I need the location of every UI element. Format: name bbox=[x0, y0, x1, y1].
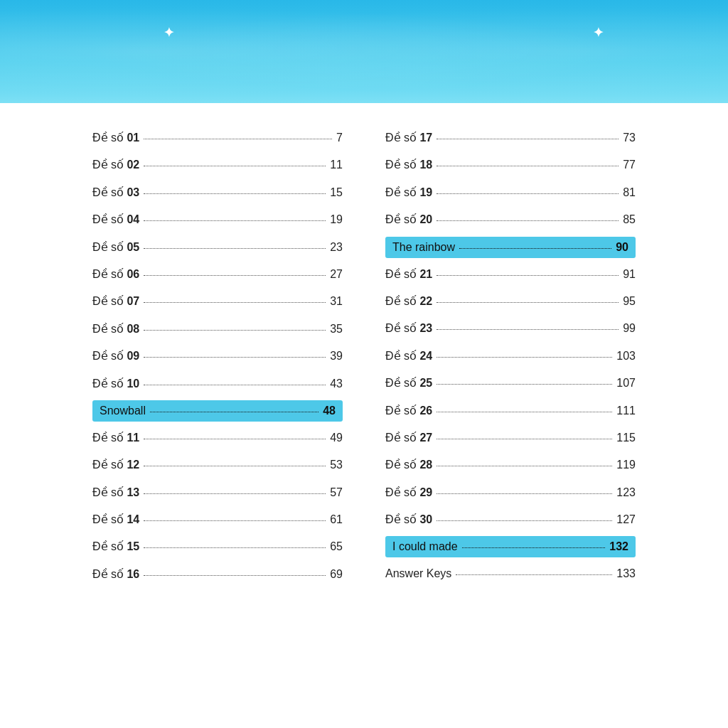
page-number: 85 bbox=[623, 212, 636, 228]
page-number: 127 bbox=[616, 512, 636, 528]
entry-name: Đề số 19 bbox=[385, 185, 432, 200]
entry-name: Đề số 30 bbox=[385, 512, 432, 528]
page-number: 91 bbox=[623, 267, 636, 282]
dots bbox=[437, 384, 612, 385]
entry-name: Đề số 04 bbox=[92, 212, 139, 228]
dots bbox=[437, 493, 612, 494]
entry-name: Đề số 09 bbox=[92, 348, 139, 364]
toc-item: Answer Keys133 bbox=[385, 560, 636, 587]
dots bbox=[144, 520, 326, 521]
page-number: 43 bbox=[330, 376, 343, 392]
page-number: 81 bbox=[623, 185, 636, 200]
page-number: 39 bbox=[330, 348, 343, 364]
dots bbox=[144, 193, 326, 194]
dots bbox=[437, 193, 619, 194]
dots bbox=[144, 302, 326, 303]
entry-name: Đề số 02 bbox=[92, 157, 139, 173]
toc-item: Đề số 1669 bbox=[92, 561, 343, 588]
dots bbox=[437, 166, 619, 166]
toc-item: Đề số 1877 bbox=[385, 151, 636, 178]
page-number: 7 bbox=[336, 130, 343, 146]
dots bbox=[437, 520, 612, 521]
toc-item: Đề số 28119 bbox=[385, 451, 636, 478]
page-number: 48 bbox=[323, 405, 336, 417]
page-number: 35 bbox=[330, 321, 343, 337]
toc-item: I could made132 bbox=[385, 536, 636, 557]
page-number: 27 bbox=[330, 267, 343, 282]
page-number: 49 bbox=[330, 430, 343, 446]
dots bbox=[144, 248, 326, 249]
toc-item: Đề số 0315 bbox=[92, 179, 343, 206]
toc-item: Đề số 0835 bbox=[92, 316, 343, 343]
entry-name: Đề số 08 bbox=[92, 321, 139, 337]
entry-name: Đề số 29 bbox=[385, 485, 432, 500]
page-number: 99 bbox=[623, 321, 636, 336]
dots bbox=[144, 357, 326, 358]
dots bbox=[144, 575, 326, 576]
dots bbox=[456, 574, 612, 575]
page-number: 23 bbox=[330, 240, 343, 255]
page-number: 69 bbox=[330, 567, 343, 582]
page-number: 95 bbox=[623, 294, 636, 309]
dots bbox=[437, 466, 612, 466]
page-number: 123 bbox=[616, 485, 636, 500]
page-number: 15 bbox=[330, 185, 343, 200]
toc-item: Đề số 0211 bbox=[92, 151, 343, 178]
dots bbox=[437, 220, 619, 221]
dots bbox=[144, 439, 326, 439]
toc-item: Đề số 1043 bbox=[92, 370, 343, 397]
toc-item: Đề số 1565 bbox=[92, 533, 343, 560]
entry-name: Đề số 05 bbox=[92, 240, 139, 255]
entry-name: Đề số 23 bbox=[385, 321, 432, 336]
entry-name: Đề số 13 bbox=[92, 485, 139, 500]
page-number: 31 bbox=[330, 294, 343, 309]
toc-item: Đề số 2085 bbox=[385, 206, 636, 233]
entry-name: Đề số 10 bbox=[92, 376, 139, 392]
entry-name: Đề số 15 bbox=[92, 539, 139, 555]
dots bbox=[150, 412, 318, 412]
toc-item: Đề số 1149 bbox=[92, 424, 343, 451]
page-number: 107 bbox=[616, 375, 636, 391]
entry-name: Đề số 18 bbox=[385, 157, 432, 173]
left-column: Đề số 017Đề số 0211Đề số 0315Đề số 0419Đ… bbox=[92, 124, 343, 588]
toc-item: Đề số 1461 bbox=[92, 506, 343, 533]
dots bbox=[437, 412, 612, 412]
toc-item: Đề số 2191 bbox=[385, 261, 636, 288]
page-number: 103 bbox=[616, 348, 636, 364]
entry-name: Đề số 16 bbox=[92, 567, 139, 582]
toc-item: Đề số 1357 bbox=[92, 479, 343, 506]
toc-item: Đề số 0523 bbox=[92, 234, 343, 261]
toc-item: Đề số 0419 bbox=[92, 206, 343, 233]
page-number: 90 bbox=[616, 241, 628, 254]
page-number: 111 bbox=[616, 403, 636, 419]
dots bbox=[144, 466, 326, 466]
entry-name: Đề số 28 bbox=[385, 457, 432, 473]
toc-item: Đề số 0627 bbox=[92, 261, 343, 288]
toc-item: Đề số 26111 bbox=[385, 397, 636, 424]
toc-item: Snowball48 bbox=[92, 400, 343, 422]
entry-name: Đề số 20 bbox=[385, 212, 432, 228]
page-number: 133 bbox=[616, 566, 636, 582]
page-number: 57 bbox=[330, 485, 343, 500]
dots bbox=[437, 329, 619, 330]
header-banner: ✦ ✦ bbox=[0, 0, 728, 103]
dots bbox=[144, 385, 326, 385]
toc-item: The rainbow90 bbox=[385, 237, 636, 258]
toc-item: Đề số 25107 bbox=[385, 370, 636, 397]
toc-item: Đề số 30127 bbox=[385, 506, 636, 533]
entry-name: Đề số 06 bbox=[92, 267, 139, 282]
dots bbox=[462, 547, 606, 548]
toc-item: Đề số 2399 bbox=[385, 315, 636, 342]
dots bbox=[437, 139, 619, 139]
entry-name: Đề số 21 bbox=[385, 267, 432, 282]
entry-name: Đề số 26 bbox=[385, 403, 432, 419]
dots bbox=[144, 493, 326, 494]
dots bbox=[144, 166, 326, 166]
entry-name: Đề số 17 bbox=[385, 130, 432, 146]
toc-item: Đề số 0731 bbox=[92, 288, 343, 315]
dots bbox=[144, 139, 332, 139]
toc-item: Đề số 24103 bbox=[385, 343, 636, 370]
dots bbox=[144, 547, 326, 548]
page-number: 65 bbox=[330, 539, 343, 555]
entry-name: Đề số 11 bbox=[92, 430, 139, 446]
